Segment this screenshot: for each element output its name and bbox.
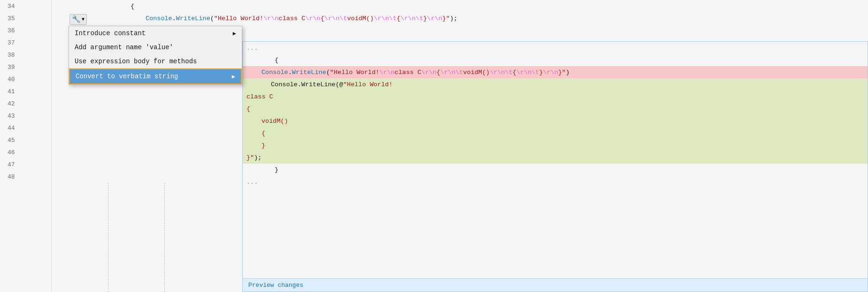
code-str7-35: }" — [442, 15, 450, 22]
preview-removed-esc6: \r\n — [543, 69, 558, 76]
code-writeline-35: WriteLine — [176, 15, 210, 22]
menu-item-convert-verbatim-label: Convert to verbatim string — [76, 73, 178, 80]
lightbulb-button[interactable]: 🔧 ▼ — [69, 14, 87, 25]
line-row-38: 38 — [0, 49, 51, 61]
line-num-48: 48 — [0, 173, 19, 180]
preview-added-writeline-indent: Console.WriteLine(@ — [271, 81, 343, 88]
menu-item-add-argument-name[interactable]: Add argument name 'value' — [69, 40, 242, 54]
code-escape6-35: \r\n — [427, 15, 442, 22]
line-row-48: 48 — [0, 171, 51, 183]
preview-line-ellipsis1: ... — [243, 42, 868, 54]
line-row-37: 37 — [0, 37, 51, 49]
preview-removed-str5: { — [513, 69, 516, 76]
menu-item-introduce-constant-arrow: ▶ — [233, 30, 236, 37]
line-row-42: 42 — [0, 97, 51, 110]
line-row-34: 34 — [0, 0, 51, 12]
menu-item-convert-verbatim-arrow: ▶ — [232, 73, 235, 80]
code-line-35: Console.WriteLine("Hello World!\r\nclass… — [52, 12, 868, 24]
editor-container: 34 35 36 37 38 39 40 41 — [0, 0, 868, 292]
code-str2-35: class C — [279, 15, 306, 22]
preview-added-open-text: { — [246, 105, 250, 112]
code-escape4-35: \r\n\t — [374, 15, 397, 22]
line-row-40: 40 — [0, 73, 51, 85]
code-str6-35: } — [423, 15, 427, 22]
preview-removed-str2: class C — [395, 69, 422, 76]
preview-footer[interactable]: Preview changes — [243, 278, 868, 292]
menu-item-add-argument-name-label: Add argument name 'value' — [75, 44, 173, 51]
preview-removed-esc2: \r\n — [421, 69, 436, 76]
line-num-36: 36 — [0, 27, 19, 34]
line-num-38: 38 — [0, 52, 19, 59]
line-row-41: 41 — [0, 85, 51, 97]
code-area: { Console.WriteLine("Hello World!\r\ncla… — [52, 0, 868, 292]
preview-added-semicolon: ); — [254, 154, 261, 161]
code-paren-35: ( — [210, 15, 214, 22]
line-num-41: 41 — [0, 88, 19, 95]
preview-removed-str7: }" — [558, 69, 566, 76]
line-row-43: 43 — [0, 110, 51, 122]
preview-removed-console: Console — [261, 69, 288, 76]
lightbulb-dropdown-arrow: ▼ — [82, 17, 84, 22]
code-dot-35: . — [172, 15, 176, 22]
preview-added-str1: "Hello World! — [343, 81, 392, 88]
line-row-35: 35 — [0, 12, 51, 24]
preview-line-added-class: class C — [243, 90, 868, 103]
menu-item-use-expression-body-label: Use expression body for methods — [75, 58, 197, 65]
preview-line-added-1: Console.WriteLine(@"Hello World! — [243, 78, 868, 90]
line-num-47: 47 — [0, 161, 19, 168]
preview-line-added-inner-close: } — [243, 139, 868, 151]
context-menu: Introduce constant ▶ Add argument name '… — [69, 26, 242, 85]
code-close-35: ); — [450, 15, 457, 22]
line-row-36: 36 — [0, 24, 51, 37]
preview-ellipsis2-text: ... — [246, 179, 258, 186]
lightbulb-icon: 🔧 — [72, 15, 81, 24]
code-str4-35: voidM() — [347, 15, 374, 22]
preview-line-added-inner-open: { — [243, 127, 868, 139]
preview-added-inner-open-text: { — [261, 130, 265, 137]
preview-removed-esc1: \r\n — [379, 69, 394, 76]
preview-closing-brace-text: } — [246, 166, 278, 173]
preview-added-endquote-text: }" — [246, 154, 254, 161]
preview-removed-str1: "Hello World! — [330, 69, 379, 76]
code-escape5-35: \r\n\t — [400, 15, 423, 22]
preview-line-ellipsis2: ... — [243, 176, 868, 188]
menu-item-convert-verbatim[interactable]: Convert to verbatim string ▶ — [69, 68, 242, 84]
preview-removed-esc3: \r\n\t — [440, 69, 463, 76]
preview-content: ... { Console.WriteLine("Hello World!\r\… — [243, 42, 868, 278]
line-num-40: 40 — [0, 76, 19, 83]
code-text-34: { — [55, 3, 134, 10]
code-str5-35: { — [397, 15, 400, 22]
preview-line-removed: Console.WriteLine("Hello World!\r\nclass… — [243, 66, 868, 78]
code-str-open-35: "Hello World! — [214, 15, 263, 22]
preview-added-class-text: class C — [246, 93, 273, 100]
line-num-43: 43 — [0, 112, 19, 120]
code-console-35: Console — [146, 15, 172, 22]
preview-line-added-endquote: }"); — [243, 151, 868, 164]
line-num-46: 46 — [0, 149, 19, 156]
preview-added-voidm-text: voidM() — [261, 118, 288, 125]
preview-open-brace-text: { — [246, 57, 278, 64]
line-num-44: 44 — [0, 125, 19, 132]
preview-line-added-open: { — [243, 103, 868, 115]
line-row-44: 44 — [0, 122, 51, 134]
preview-removed-esc5: \r\n\t — [516, 69, 539, 76]
menu-item-use-expression-body[interactable]: Use expression body for methods — [69, 54, 242, 68]
line-num-39: 39 — [0, 64, 19, 71]
code-escape1-35: \r\n — [263, 15, 278, 22]
line-row-45: 45 — [0, 134, 51, 146]
preview-removed-paren: ( — [326, 69, 330, 76]
line-num-37: 37 — [0, 39, 19, 46]
preview-removed-str3: { — [437, 69, 440, 76]
line-row-47: 47 — [0, 158, 51, 171]
line-num-42: 42 — [0, 100, 19, 107]
code-line-34: { — [52, 0, 868, 12]
line-row-39: 39 — [0, 61, 51, 73]
code-escape3-35: \r\n\t — [324, 15, 347, 22]
preview-removed-str4: voidM() — [463, 69, 490, 76]
preview-line-closing-brace: } — [243, 164, 868, 176]
menu-item-introduce-constant[interactable]: Introduce constant ▶ — [69, 26, 242, 40]
preview-removed-str6: } — [539, 69, 543, 76]
line-num-35: 35 — [0, 15, 19, 22]
preview-removed-close: ) — [566, 69, 569, 76]
line-numbers-gutter: 34 35 36 37 38 39 40 41 — [0, 0, 52, 292]
